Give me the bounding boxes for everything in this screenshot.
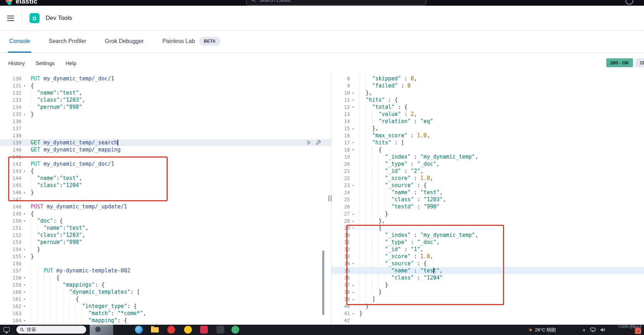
code-line-147[interactable]: 147 (0, 196, 331, 203)
code-line-32[interactable]: 32 "_id" : "1", (331, 246, 644, 253)
code-line-140[interactable]: 140GET my_dynamic_temp/_mapping (0, 146, 331, 153)
fold-toggle-icon[interactable]: ▾ (21, 82, 28, 89)
red-app-icon[interactable] (167, 326, 175, 334)
news-thumbnail[interactable] (90, 325, 113, 335)
code-line-28[interactable]: 28▴ }, (331, 217, 644, 224)
fold-toggle-icon[interactable]: ▴ (350, 210, 356, 217)
code-line-42[interactable]: 42 (331, 317, 644, 324)
fold-toggle-icon[interactable]: ▾ (350, 96, 356, 103)
global-search-input[interactable]: Search Elastic (246, 0, 426, 5)
code-line-138[interactable]: 138 (0, 132, 331, 139)
fold-toggle-icon[interactable]: ▾ (21, 288, 28, 296)
code-line-24[interactable]: 24 "name" : "test", (331, 189, 644, 196)
code-line-14[interactable]: 14 "relation" : "eq" (331, 118, 644, 125)
code-line-37[interactable]: 37▴ } (331, 281, 644, 288)
code-line-151[interactable]: 151 "name":"test", (0, 224, 331, 232)
tab-grok-debugger[interactable]: Grok Debugger (104, 31, 145, 53)
wrench-icon[interactable] (316, 140, 321, 145)
code-line-39[interactable]: 39▴ ] (331, 296, 644, 303)
code-line-19[interactable]: 19 "_index" : "my_dynamic_temp", (331, 153, 644, 160)
code-line-23[interactable]: 23▾ "_source" : { (331, 182, 644, 189)
code-line-21[interactable]: 21 "_id" : "2", (331, 168, 644, 175)
code-line-35[interactable]: 35 "name" : "test", (331, 267, 644, 274)
fold-toggle-icon[interactable]: ▾ (21, 303, 28, 310)
fold-toggle-icon[interactable]: ▾ (350, 224, 356, 232)
fold-toggle-icon[interactable]: ▾ (21, 281, 28, 288)
code-line-26[interactable]: 26 "testd" : "990" (331, 203, 644, 210)
elastic-logo[interactable]: elastic (6, 0, 37, 5)
fold-toggle-icon[interactable]: ▴ (350, 89, 356, 96)
settings-menu[interactable]: Settings (36, 60, 55, 66)
fold-toggle-icon[interactable]: ▾ (21, 296, 28, 303)
code-line-154[interactable]: 154▴ } (0, 246, 331, 253)
code-line-144[interactable]: 144 "name":"test", (0, 175, 331, 182)
fold-toggle-icon[interactable]: ▴ (21, 253, 28, 260)
code-line-17[interactable]: 17▾ "hits" : [ (331, 139, 644, 146)
code-line-36[interactable]: 36 "class" : "1204" (331, 274, 644, 281)
tab-console[interactable]: Console (8, 31, 31, 53)
fold-toggle-icon[interactable]: ▴ (21, 189, 28, 196)
code-line-30[interactable]: 30 "_index" : "my_dynamic_temp", (331, 232, 644, 239)
code-line-22[interactable]: 22 "_score" : 1.0, (331, 175, 644, 182)
code-line-130[interactable]: 130PUT my_dynamic_temp/_doc/1 (0, 75, 331, 82)
code-line-34[interactable]: 34▾ "_source" : { (331, 260, 644, 267)
code-line-18[interactable]: 18▾ { (331, 146, 644, 153)
code-line-155[interactable]: 155▴} (0, 253, 331, 260)
code-line-164[interactable]: 164▾ "mapping": { (0, 317, 331, 324)
green-app-icon[interactable] (231, 326, 239, 334)
menu-hamburger-icon[interactable] (7, 16, 14, 21)
code-line-12[interactable]: 12▾ "total" : { (331, 103, 644, 111)
crimson-app-icon[interactable] (200, 326, 208, 334)
code-line-29[interactable]: 29▾ { (331, 224, 644, 232)
code-line-9[interactable]: 9 "failed" : 0 (331, 82, 644, 89)
fold-toggle-icon[interactable]: ▴ (350, 296, 356, 303)
fold-toggle-icon[interactable]: ▾ (21, 168, 28, 175)
code-line-146[interactable]: 146▴} (0, 189, 331, 196)
code-line-152[interactable]: 152 "class":"1203", (0, 232, 331, 239)
user-avatar-icon[interactable] (625, 0, 633, 5)
edge-icon[interactable] (135, 326, 143, 334)
fold-toggle-icon[interactable]: ▾ (21, 274, 28, 281)
fold-toggle-icon[interactable]: ▾ (21, 217, 28, 224)
fold-toggle-icon[interactable]: ▴ (350, 217, 356, 224)
speaker-icon[interactable] (600, 328, 606, 332)
code-line-27[interactable]: 27▴ } (331, 210, 644, 217)
help-menu[interactable]: Help (66, 60, 77, 66)
code-line-158[interactable]: 158▾ { (0, 274, 331, 281)
display-icon[interactable] (590, 328, 596, 332)
code-line-153[interactable]: 153 "pernum":"998" (0, 239, 331, 246)
code-line-25[interactable]: 25 "class" : "1203", (331, 196, 644, 203)
fold-toggle-icon[interactable]: ▾ (350, 139, 356, 146)
fold-toggle-icon[interactable]: ▴ (350, 288, 356, 296)
code-line-139[interactable]: 139GET my_dynamic_temp/_search (0, 139, 331, 146)
code-line-145[interactable]: 145 "class":"1204" (0, 182, 331, 189)
fold-toggle-icon[interactable]: ▴ (21, 246, 28, 253)
fold-toggle-icon[interactable]: ▾ (350, 103, 356, 111)
code-line-161[interactable]: 161▾ { (0, 296, 331, 303)
code-line-163[interactable]: 163 "match": "*come*", (0, 310, 331, 317)
fold-toggle-icon[interactable]: ▴ (21, 111, 28, 118)
fold-toggle-icon[interactable]: ▴ (350, 125, 356, 132)
code-line-134[interactable]: 134 "pernum":"998" (0, 103, 331, 111)
send-request-icon[interactable] (307, 140, 311, 145)
dark-app-icon[interactable] (216, 326, 224, 334)
history-menu[interactable]: History (8, 60, 25, 66)
code-line-149[interactable]: 149▾{ (0, 210, 331, 217)
code-line-13[interactable]: 13 "value" : 2, (331, 111, 644, 118)
tab-search-profiler[interactable]: Search Profiler (48, 31, 88, 53)
code-line-131[interactable]: 131▾{ (0, 82, 331, 89)
code-line-135[interactable]: 135▴} (0, 111, 331, 118)
code-line-41[interactable]: 41▴} (331, 310, 644, 317)
tray-expand-icon[interactable]: ∧ (582, 328, 586, 333)
code-line-10[interactable]: 10▴ }, (331, 89, 644, 96)
fold-toggle-icon[interactable]: ▴ (350, 281, 356, 288)
code-line-15[interactable]: 15▴ }, (331, 125, 644, 132)
code-line-132[interactable]: 132 "name":"test", (0, 89, 331, 96)
code-line-133[interactable]: 133 "class":"1203", (0, 96, 331, 103)
taskbar-search-input[interactable]: 搜索 (16, 326, 86, 334)
code-line-156[interactable]: 156 (0, 260, 331, 267)
code-line-160[interactable]: 160▾ "dynamic_templates": [ (0, 288, 331, 296)
fold-toggle-icon[interactable]: ▾ (21, 210, 28, 217)
code-line-157[interactable]: 157 PUT my-dynamic-template-002 (0, 267, 331, 274)
code-line-31[interactable]: 31 "_type" : "_doc", (331, 239, 644, 246)
